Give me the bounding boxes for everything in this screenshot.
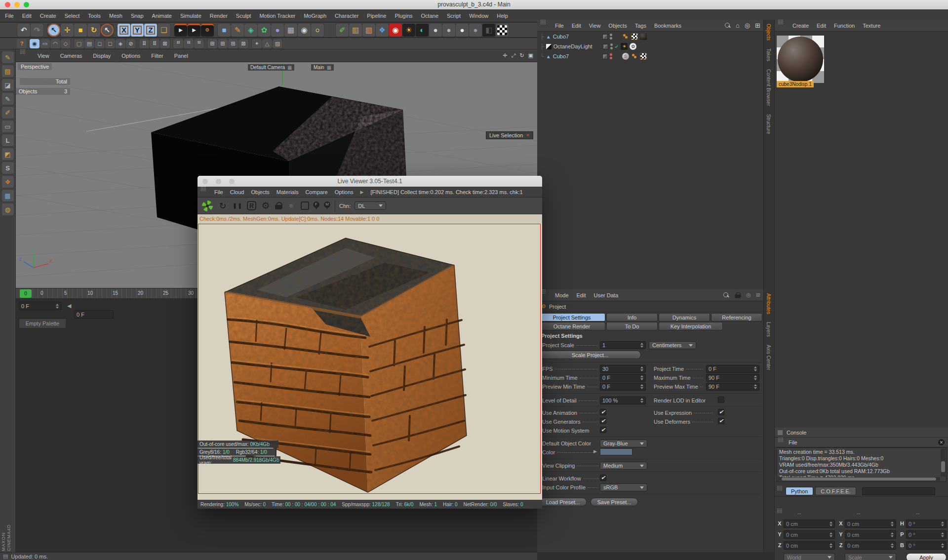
add-cube-icon[interactable]: ■ (218, 24, 231, 37)
octane-logo-icon[interactable] (201, 200, 213, 212)
lv-zoom-button[interactable] (229, 179, 235, 184)
region-render-icon[interactable]: R (247, 201, 256, 210)
console-menu-file[interactable]: File (789, 440, 797, 445)
maximum-time-field[interactable]: 90 F (706, 374, 759, 382)
input-color-profile-dropdown[interactable]: sRGB (600, 483, 647, 491)
lv-menu-cloud[interactable]: Cloud (230, 189, 244, 195)
drag-handle-icon[interactable]: ⣿⣿ (777, 486, 784, 496)
default-camera-tab[interactable]: Default Camera ▦ (248, 64, 294, 71)
scale-x-field[interactable]: 0 cm (845, 520, 896, 528)
tab-python[interactable]: Python (786, 487, 813, 495)
rectangle-selection-icon[interactable]: ▭ (40, 39, 50, 48)
sun-tag-icon[interactable]: ☀ (621, 43, 628, 50)
pause-render-icon[interactable]: ❚❚ (232, 200, 243, 211)
tab-to-do[interactable]: To Do (606, 322, 658, 330)
plane-tool-icon[interactable]: ▭ (2, 120, 14, 132)
octane-mix-material-icon[interactable]: ◧ (482, 24, 495, 37)
coordinate-system-icon[interactable]: ❑ (158, 24, 170, 37)
object-name[interactable]: Cubo7 (553, 53, 600, 59)
focus-pick-pin-icon[interactable]: F (313, 201, 320, 210)
lv-menu-objects[interactable]: Objects (251, 189, 269, 195)
pos-x-field[interactable]: 0 cm (784, 520, 835, 528)
lv-close-button[interactable] (202, 179, 208, 184)
live-selection-palette[interactable]: Live Selection ✕ (486, 131, 533, 139)
lv-settings-gear-icon[interactable]: ⚙ (260, 200, 271, 211)
layer-square-icon[interactable] (602, 34, 608, 40)
menu-create[interactable]: Create (40, 13, 56, 19)
menu-octane[interactable]: Octane (421, 13, 438, 19)
menu-file[interactable]: File (5, 13, 14, 19)
project-scale-field[interactable]: 1 (600, 341, 646, 349)
smoothing-tag-icon[interactable]: S (622, 53, 629, 60)
subdivision-surface-icon[interactable]: ◈ (244, 24, 257, 37)
pos-y-field[interactable]: 0 cm (784, 530, 835, 539)
object-row-cubo7-bottom[interactable]: └ ▲ Cubo7 S (537, 51, 763, 61)
lv-menu-file[interactable]: File (214, 189, 223, 195)
menu-select[interactable]: Select (65, 13, 80, 19)
menu-plugins[interactable]: Plugins (395, 13, 412, 19)
spline-pen-icon[interactable]: ✎ (231, 24, 244, 37)
viewport-menu-panel[interactable]: Panel (174, 53, 188, 59)
live-selection-small-icon[interactable]: ◉ (30, 39, 40, 48)
om-menu-view[interactable]: View (589, 23, 601, 29)
tab-coffee[interactable]: C.O.F.F.E.E. (815, 487, 856, 495)
workplane-icon[interactable]: ◻ (95, 39, 105, 48)
floor-icon[interactable]: ▦ (284, 24, 297, 37)
pos-z-field[interactable]: 0 cm (784, 541, 835, 550)
menu-script[interactable]: Script (447, 13, 461, 19)
attr-new-window-icon[interactable]: ⊞ (756, 292, 760, 298)
octane-glossy-material-icon[interactable]: ● (442, 24, 455, 37)
lv-menu-materials[interactable]: Materials (276, 189, 299, 195)
tab-info[interactable]: Info (606, 313, 658, 321)
draw-tool-icon[interactable]: ✐ (2, 107, 14, 119)
scale-tool-icon[interactable]: ■ (74, 24, 87, 37)
drag-handle-icon[interactable]: ⣿⣿ (200, 187, 207, 197)
menu-mograph[interactable]: MoGraph (304, 13, 326, 19)
octane-metal-material-icon[interactable]: ● (469, 24, 482, 37)
tab-octane-render[interactable]: Octane Render (538, 322, 605, 330)
polygons-mode-icon[interactable]: ⊠ (160, 39, 170, 48)
layer-square-icon[interactable] (603, 44, 608, 49)
sculpt-s-icon[interactable]: S (2, 162, 14, 174)
mat-menu-edit[interactable]: Edit (817, 23, 826, 29)
material-pick-pin-icon[interactable]: M (324, 201, 331, 210)
om-add-icon[interactable]: ⊞ (755, 22, 760, 29)
move-tool-icon[interactable]: ✛ (61, 24, 74, 37)
drag-handle-icon[interactable]: ⣿⣿ (540, 20, 547, 31)
undo-icon[interactable]: ↶ (17, 24, 30, 37)
scale-dropdown[interactable]: Scale (845, 553, 896, 560)
mesh-check-icon[interactable]: ◈ (116, 39, 125, 48)
om-menu-tags[interactable]: Tags (635, 23, 646, 29)
side-tab-structure[interactable]: Structure (764, 110, 773, 138)
phong-tag-icon[interactable] (631, 53, 638, 60)
menu-help[interactable]: Help (497, 13, 508, 19)
range-left-arrow-icon[interactable]: ◀ (67, 303, 71, 309)
console-hscrollbar[interactable] (778, 477, 940, 481)
model-mode-icon[interactable]: ⊞ (207, 39, 217, 48)
object-name[interactable]: Cubo7 (553, 34, 600, 40)
tab-referencing[interactable]: Referencing (711, 313, 762, 321)
object-name[interactable]: OctaneDayLight (553, 43, 601, 49)
y-axis-lock-button[interactable]: Y (131, 24, 144, 37)
drag-handle-icon[interactable]: ⣿⣿ (778, 20, 785, 31)
octane-brush-icon[interactable]: ✐ (336, 24, 349, 37)
tab-key-interpolation[interactable]: Key Interpolation (659, 322, 723, 330)
viewport-menu-view[interactable]: View (38, 53, 49, 59)
help-icon[interactable]: ? (17, 39, 27, 48)
sculpt-mask-icon[interactable]: ◪ (2, 79, 14, 91)
scale-project-button[interactable]: Scale Project... (539, 351, 641, 359)
workplane-snap-icon[interactable]: ◻ (105, 39, 115, 48)
om-menu-file[interactable]: File (555, 23, 564, 29)
rot-p-field[interactable]: 0 ° (906, 530, 947, 539)
octane-daylight-icon[interactable]: ☀ (402, 24, 415, 37)
texture-tag-icon[interactable] (640, 53, 647, 60)
viewport-pan-icon[interactable]: ✛ (503, 52, 507, 59)
console-log[interactable]: Mesh creation time = 33.513 ms. Triangle… (777, 447, 947, 482)
palette-close-icon[interactable]: ✕ (526, 133, 530, 138)
axis-mode-icon[interactable]: ✦ (252, 39, 262, 48)
attr-search-icon[interactable] (723, 292, 729, 298)
minimum-time-field[interactable]: 0 F (600, 374, 646, 382)
snap-tool-icon[interactable]: ▤ (84, 39, 94, 48)
uv-mode-icon[interactable]: ⊠ (238, 39, 248, 48)
render-settings-icon[interactable]: ⚙ (201, 24, 214, 37)
